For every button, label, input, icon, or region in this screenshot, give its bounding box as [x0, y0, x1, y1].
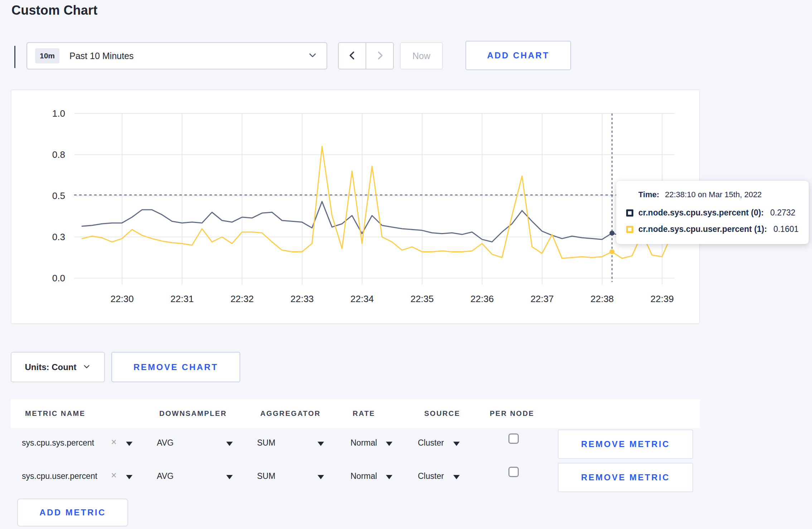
header-metric-name: METRIC NAME	[25, 409, 86, 418]
header-aggregator: AGGREGATOR	[260, 409, 321, 418]
downsampler-dropdown-arrow-icon[interactable]	[226, 475, 233, 479]
remove-metric-button[interactable]: REMOVE METRIC	[558, 429, 693, 459]
y-axis-label: 0.3	[52, 232, 65, 242]
next-interval-button[interactable]	[366, 43, 393, 69]
x-axis-label: 22:39	[651, 293, 674, 304]
tooltip-series-label: cr.node.sys.cpu.sys.percent (0):	[638, 208, 764, 218]
x-axis-label: 22:35	[410, 293, 434, 304]
y-axis-label: 1.0	[52, 108, 65, 119]
chart-card: 1.00.80.50.30.022:3022:3122:3222:3322:34…	[11, 89, 700, 324]
source-dropdown-arrow-icon[interactable]	[453, 475, 460, 479]
rate-dropdown-arrow-icon[interactable]	[386, 475, 392, 479]
x-axis-label: 22:34	[351, 293, 374, 304]
x-axis-label: 22:38	[590, 293, 614, 304]
chevron-down-icon	[83, 363, 91, 372]
aggregator-select[interactable]: SUM	[257, 438, 275, 448]
add-chart-button[interactable]: ADD CHART	[465, 41, 571, 70]
clear-metric-icon[interactable]: ×	[111, 471, 117, 480]
sys-series-swatch-icon	[626, 209, 633, 217]
clear-metric-icon[interactable]: ×	[111, 437, 117, 447]
metric-dropdown-arrow-icon[interactable]	[126, 442, 132, 446]
x-axis-label: 22:30	[110, 293, 134, 304]
rate-select[interactable]: Normal	[351, 438, 377, 448]
per-node-checkbox[interactable]	[508, 467, 519, 477]
header-downsampler: DOWNSAMPLER	[159, 409, 227, 418]
tooltip-time-label: Time:	[638, 190, 659, 199]
units-label: Units: Count	[25, 362, 77, 372]
downsampler-select[interactable]: AVG	[157, 438, 174, 448]
per-node-checkbox[interactable]	[508, 433, 519, 444]
remove-chart-button[interactable]: REMOVE CHART	[111, 352, 240, 382]
x-axis-label: 22:31	[170, 293, 194, 304]
time-range-label: Past 10 Minutes	[69, 51, 134, 61]
downsampler-select[interactable]: AVG	[157, 471, 174, 481]
aggregator-select[interactable]: SUM	[257, 471, 275, 481]
chevron-down-icon	[308, 50, 317, 61]
x-axis-label: 22:37	[531, 293, 554, 304]
chart-canvas[interactable]: 1.00.80.50.30.022:3022:3122:3222:3322:34…	[11, 90, 699, 323]
metric-name-select[interactable]: sys.cpu.user.percent	[22, 471, 97, 481]
chevron-right-icon	[375, 50, 385, 62]
chevron-left-icon	[347, 50, 357, 62]
x-axis-label: 22:33	[290, 293, 314, 304]
rate-dropdown-arrow-icon[interactable]	[386, 442, 392, 446]
y-axis-label: 0.8	[52, 149, 65, 160]
add-metric-button[interactable]: ADD METRIC	[17, 499, 128, 526]
source-dropdown-arrow-icon[interactable]	[453, 442, 460, 446]
time-range-dropdown[interactable]: 10m Past 10 Minutes	[26, 42, 327, 69]
now-button[interactable]: Now	[400, 42, 443, 69]
aggregator-dropdown-arrow-icon[interactable]	[318, 442, 324, 446]
time-pager	[338, 42, 394, 69]
toolbar-divider	[14, 46, 15, 68]
source-select[interactable]: Cluster	[418, 438, 444, 448]
header-rate: RATE	[353, 409, 375, 418]
metrics-table-header: METRIC NAME DOWNSAMPLER AGGREGATOR RATE …	[11, 399, 700, 428]
tooltip-series-label: cr.node.sys.cpu.user.percent (1):	[638, 224, 767, 234]
aggregator-dropdown-arrow-icon[interactable]	[318, 475, 324, 479]
x-axis-label: 22:32	[231, 293, 254, 304]
crosshair-dot	[609, 249, 614, 254]
user-series-swatch-icon	[626, 226, 633, 233]
downsampler-dropdown-arrow-icon[interactable]	[226, 442, 233, 446]
rate-select[interactable]: Normal	[351, 471, 377, 481]
tooltip-series-value: 0.1601	[773, 224, 798, 234]
x-axis-label: 22:36	[470, 293, 494, 304]
series-line	[82, 202, 672, 242]
metric-dropdown-arrow-icon[interactable]	[126, 475, 132, 479]
y-axis-label: 0.5	[52, 190, 65, 201]
tooltip-time: Time:22:38:10 on Mar 15th, 2022	[638, 190, 762, 199]
y-axis-label: 0.0	[52, 273, 65, 283]
time-range-badge: 10m	[35, 48, 59, 63]
tooltip-series-row: cr.node.sys.cpu.sys.percent (0): 0.2732	[626, 208, 796, 218]
source-select[interactable]: Cluster	[418, 471, 444, 481]
metric-name-select[interactable]: sys.cpu.sys.percent	[22, 438, 94, 448]
tooltip-time-value: 22:38:10 on Mar 15th, 2022	[665, 190, 762, 199]
series-line	[82, 146, 672, 258]
tooltip-series-value: 0.2732	[770, 208, 795, 218]
tooltip-series-row: cr.node.sys.cpu.user.percent (1): 0.1601	[626, 224, 799, 234]
previous-interval-button[interactable]	[339, 43, 366, 69]
header-per-node: PER NODE	[490, 409, 534, 418]
units-dropdown[interactable]: Units: Count	[11, 352, 105, 382]
metric-row: sys.cpu.sys.percent × AVG SUM Normal Clu…	[11, 428, 700, 461]
metric-row: sys.cpu.user.percent × AVG SUM Normal Cl…	[11, 461, 700, 494]
remove-metric-button[interactable]: REMOVE METRIC	[558, 463, 693, 492]
page-title: Custom Chart	[11, 3, 97, 18]
chart-tooltip: Time:22:38:10 on Mar 15th, 2022 cr.node.…	[616, 181, 809, 244]
header-source: SOURCE	[424, 409, 460, 418]
crosshair-dot	[609, 230, 614, 236]
